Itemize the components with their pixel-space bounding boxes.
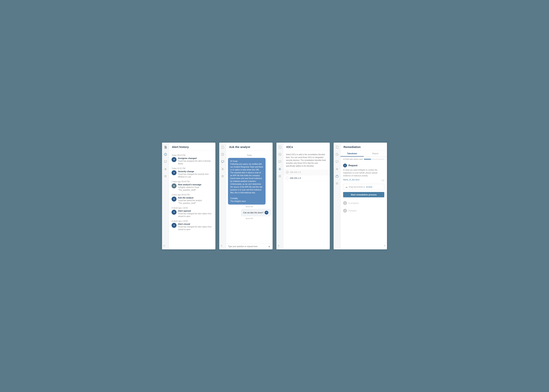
file-delete-icon[interactable]: ⌫ [381,179,384,182]
iocs-sidebar [276,143,283,249]
file-row: Name_of_doc.docx ⌫ [343,179,384,182]
avatar-5: Yi [172,223,176,228]
chat-input[interactable] [228,245,267,247]
alert-history-panel: Alert history Today 08:04 PM Yi Assignee… [162,143,215,249]
clock-icon-2[interactable] [221,153,225,156]
avatar-2: IN [172,183,176,188]
iocs-panel: IOCs Select IOCs to add to the remediati… [276,143,330,249]
timeline-title-3: Ask the analyst [178,196,213,199]
user-avatar-small: Yi [264,211,268,215]
iocs-description: Select IOCs to add to the remediation bl… [283,151,330,169]
analyst-bubble: Hi Yuval, Following your query, we verif… [228,158,265,205]
biohazard-icon-2[interactable] [221,167,225,171]
panels-container: Alert history Today 08:04 PM Yi Assignee… [162,143,387,249]
progress-label: 67/1000 take downs used [343,158,363,160]
timeline-title-5: Alert closed [178,223,213,225]
svg-point-1 [165,168,166,169]
briefcase-icon-4[interactable] [335,174,339,178]
tab-takedown[interactable]: Takedown [341,151,364,156]
remediation-tabs: Takedown Report [341,151,387,157]
timeline-desc-0: Yuval has assigned the alert to Avichai … [178,160,213,165]
timeline-group-label-2: 2 days ago 09:46 PM [172,181,213,183]
svg-point-9 [337,168,337,169]
remediation-header: Remediation [341,143,387,151]
ask-analyst-panel: Ask the analyst Today Hi Yuval, Followin… [219,143,273,249]
step-4-number: 4 [343,209,347,213]
ioc-ip-0: 168.192.1.5 [290,171,301,173]
avatar-0: Yi [172,157,176,162]
list-icon-3[interactable] [278,174,282,178]
timeline-title-4: Alert opened [178,210,213,212]
chat-icon-2[interactable] [221,160,225,164]
step-4-section: 4 Finished [341,207,387,215]
ioc-ip-1: 168.192.1.4 [290,177,301,179]
timeline-desc-3: Yuval has asked the analyst: "The_questi… [178,199,213,205]
step-1-title: Request [348,164,357,167]
timeline-title-1: Severity change [178,170,213,173]
timeline-item-1: Yi Severity change Yuval has changed the… [172,170,213,178]
ioc-item-1[interactable]: 168.192.1.4 [283,175,330,181]
avatar-1: Yi [172,170,176,175]
svg-rect-10 [336,175,338,177]
alert-history-title: Alert history [172,145,189,148]
upload-label: Drag documents or [349,186,365,188]
chat-icon-4[interactable] [335,160,339,164]
clock-icon-3[interactable] [278,153,282,156]
timeline-item-3: Yi Ask the analyst Yuval has asked the a… [172,196,213,205]
ioc-item-0[interactable]: 168.192.1.5 [283,169,330,175]
progress-bar-wrap [364,159,384,160]
upload-area[interactable]: ☁ Drag documents or browse [343,184,384,190]
list-icon-4[interactable] [335,182,339,185]
clock-icon[interactable] [164,153,167,156]
step-2-number: 2 [343,201,347,205]
chat-icon-3[interactable] [278,160,282,164]
list-icon[interactable] [164,174,167,178]
timeline-text-3: Ask the analyst Yuval has asked the anal… [178,196,213,205]
clock-icon-4[interactable] [335,153,339,156]
avatar-3: Yi [172,196,176,202]
timeline-desc-5: Yuval has changed the alert status from … [178,225,213,231]
chat-date-label: Today [228,154,271,156]
ioc-checkbox-0[interactable] [286,171,289,174]
document-icon-3[interactable] [278,145,282,149]
tab-report[interactable]: Report [364,151,387,156]
timeline-desc-1: Yuval has changed the severity from Medi… [178,173,213,178]
timeline-desc-2: IntSights replied to Yuval "The_question… [178,186,213,191]
ioc-list: 168.192.1.5 168.192.1.4 [283,169,330,181]
document-icon-4[interactable] [335,145,339,149]
timeline-title-0: Assignee changed [178,157,213,159]
remediation-content: Remediation Takedown Report 67/1000 take… [341,143,387,249]
ioc-checkbox-1[interactable] [286,177,289,179]
file-link[interactable]: Name_of_doc.docx [343,179,360,181]
timeline-desc-4: Yuval has changed the alert status from … [178,212,213,218]
document-icon[interactable] [164,145,167,149]
timeline-item-0: Yi Assignee changed Yuval has assigned t… [172,157,213,165]
biohazard-icon-4[interactable] [335,167,339,171]
document-icon-2[interactable] [221,145,225,149]
chat-icon[interactable] [164,160,167,164]
remediation-collapse-btn[interactable]: < [384,245,385,247]
timeline-item-5: Yi Alert closed Yuval has changed the al… [172,223,213,231]
browse-link[interactable]: browse [366,186,372,188]
send-button[interactable]: ► [268,245,271,248]
biohazard-icon-3[interactable] [278,167,282,171]
biohazard-icon[interactable] [164,167,167,171]
iocs-content: IOCs Select IOCs to add to the remediati… [283,143,330,249]
timeline-group-label-0: Today 08:04 PM [172,154,213,156]
analyst-time: 08:04 PM [228,206,271,208]
alert-history-header: Alert history [169,143,215,151]
ask-analyst-content: Ask the analyst Today Hi Yuval, Followin… [226,143,273,249]
iocs-title: IOCs [286,145,293,148]
list-icon-2[interactable] [221,174,225,178]
timeline-group-label-3: 3 days ago 08:00 PM [172,194,213,196]
step-1-number: 1 [343,164,347,168]
avatar-4: Yi [172,210,176,215]
step-2-section: 2 In progress [341,199,387,207]
svg-point-3 [222,168,223,169]
ask-analyst-title: Ask the analyst [229,145,250,148]
timeline-group-label-5: A week ago | 18:00 [172,220,213,222]
timeline-text-0: Assignee changed Yuval has assigned the … [178,157,213,165]
timeline-group-label-1: Today 01:52 PM [172,168,213,169]
start-remediation-button[interactable]: Start remediation process [343,192,384,197]
remediation-title: Remediation [343,145,361,148]
